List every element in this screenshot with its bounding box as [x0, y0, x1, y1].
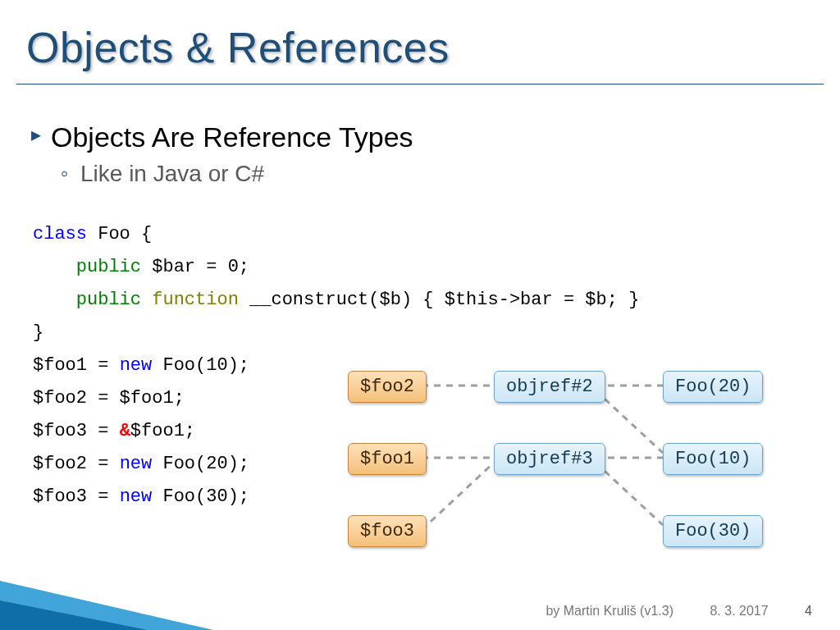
- keyword-new: new: [120, 355, 153, 376]
- code-text: $foo3 =: [33, 486, 120, 507]
- code-text: $foo2 = $foo1;: [33, 388, 185, 409]
- footer-date: 8. 3. 2017: [710, 604, 768, 618]
- obj-box-foo30: Foo(30): [663, 515, 763, 547]
- slide-title: Objects & References: [26, 23, 450, 72]
- code-text: __construct($b) { $this->bar = $b; }: [239, 290, 639, 310]
- keyword-function: function: [141, 290, 239, 310]
- code-text: $foo1 =: [33, 355, 120, 376]
- bullet-level2: Like in Java or C#: [80, 161, 264, 187]
- code-text: $foo1;: [130, 421, 195, 441]
- var-box-foo1: $foo1: [348, 443, 427, 475]
- decorative-corner-overlay: [0, 600, 148, 630]
- code-text: $foo3 =: [33, 421, 120, 441]
- keyword-new: new: [120, 486, 153, 507]
- footer-page: 4: [805, 604, 812, 618]
- code-text: }: [33, 322, 43, 343]
- code-text: $bar = 0;: [141, 257, 249, 277]
- code-text: Foo(20);: [152, 454, 249, 474]
- code-text: Foo(30);: [152, 486, 249, 507]
- keyword-public: public: [76, 257, 141, 277]
- ampersand: &: [120, 421, 130, 441]
- slide-footer: by Martin Kruliš (v1.3) 8. 3. 2017 4: [513, 604, 812, 619]
- code-text: Foo(10);: [152, 355, 249, 376]
- title-underline: [16, 84, 824, 84]
- var-box-foo3: $foo3: [348, 515, 427, 547]
- keyword-new: new: [120, 454, 153, 474]
- code-text: Foo {: [87, 224, 152, 244]
- keyword-class: class: [33, 224, 87, 244]
- keyword-public: public: [76, 290, 141, 310]
- bullet-level1: Objects Are Reference Types: [51, 121, 413, 153]
- obj-box-foo20: Foo(20): [663, 371, 763, 403]
- var-box-foo2: $foo2: [348, 371, 427, 403]
- objref-box-2: objref#2: [494, 371, 605, 403]
- objref-box-3: objref#3: [494, 443, 605, 475]
- code-text: $foo2 =: [33, 454, 120, 474]
- obj-box-foo10: Foo(10): [663, 443, 763, 475]
- footer-author: by Martin Kruliš (v1.3): [546, 604, 673, 618]
